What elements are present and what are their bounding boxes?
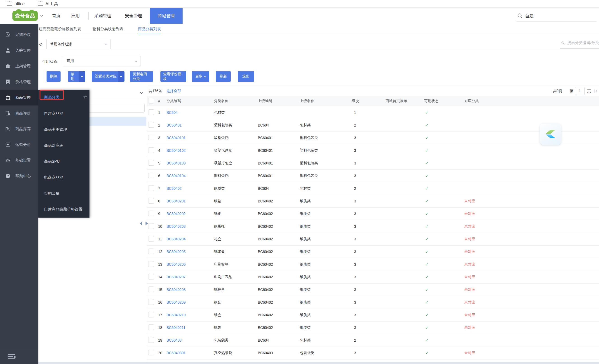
table-row[interactable]: 18BC6040211纸袋BC60402纸质类3✓未对应 xyxy=(147,321,599,334)
category-code-link[interactable]: BC6040201 xyxy=(167,199,186,203)
table-row[interactable]: 1BC604包材类1✓ xyxy=(147,107,599,119)
category-code-link[interactable]: BC6040203 xyxy=(167,225,186,228)
row-checkbox[interactable] xyxy=(148,223,154,229)
category-code-link[interactable]: BC60401 xyxy=(167,123,182,127)
favorite-star-icon[interactable]: ☆ xyxy=(83,94,87,100)
table-row[interactable]: 20BC6040301真空热缩袋BC60403包装袋类3✓未对应 xyxy=(147,347,599,359)
category-code-link[interactable]: BC6040104 xyxy=(167,174,186,178)
row-checkbox[interactable] xyxy=(148,135,154,140)
category-code-link[interactable]: BC6040207 xyxy=(167,275,186,279)
table-row[interactable]: 11BC6040204礼盒BC60402纸质类3✓未对应 xyxy=(147,233,599,246)
tree-select-chevron-icon[interactable] xyxy=(140,91,143,94)
row-checkbox[interactable] xyxy=(148,211,154,216)
set-mapping-dropdown-toggle[interactable] xyxy=(118,71,124,82)
sidebar-item-basic-settings[interactable]: 基础设置 xyxy=(0,152,38,168)
first-page-icon[interactable] xyxy=(594,89,599,94)
table-row[interactable]: 9BC6040202纸皮BC60402纸质类3✓未对应 xyxy=(147,208,599,220)
update-ecom-category-button[interactable]: 更新电商分类 xyxy=(130,71,153,82)
row-checkbox[interactable] xyxy=(148,249,154,254)
table-row[interactable]: 3BC6040101吸塑蛋托BC60401塑料包装类3✓ xyxy=(147,132,599,144)
category-code-link[interactable]: BC6040102 xyxy=(167,149,186,152)
page-number-input[interactable] xyxy=(575,87,585,95)
flyout-item-hidden-price-setting[interactable]: 自建商品隐藏价格设置 xyxy=(44,207,82,212)
table-row[interactable]: 17BC6040210纸盒BC60402纸质类3✓未对应 xyxy=(147,309,599,321)
nav-item-purchase-mgmt[interactable]: 采购管理 xyxy=(94,8,111,24)
refresh-button[interactable]: 刷新 xyxy=(216,71,231,82)
table-row[interactable]: 13BC6040206印刷标签BC60402纸质类3✓未对应 xyxy=(147,258,599,271)
logo-chevron-down-icon[interactable] xyxy=(40,14,43,17)
category-code-link[interactable]: BC6040301 xyxy=(167,351,186,355)
category-code-link[interactable]: BC6040211 xyxy=(167,326,185,330)
table-row[interactable]: 7BC60402纸质类BC604包材类2✓ xyxy=(147,182,599,195)
row-checkbox[interactable] xyxy=(148,261,154,267)
row-checkbox[interactable] xyxy=(148,109,154,115)
nav-item-home[interactable]: 首页 xyxy=(52,8,61,24)
category-code-link[interactable]: BC6040205 xyxy=(167,250,186,254)
sidebar-item-purchase-agreement[interactable]: 采购协议 xyxy=(0,27,38,43)
tab-material-mapping-list[interactable]: 物料分类映射列表 xyxy=(93,24,123,34)
flyout-item-goods-spu[interactable]: 商品SPU xyxy=(44,159,60,164)
row-checkbox[interactable] xyxy=(148,198,154,204)
tab-goods-category-list[interactable]: 商品分类列表 xyxy=(138,24,161,34)
sidebar-item-price-mgmt[interactable]: 价格管理 xyxy=(0,74,38,90)
sidebar-item-shelf-mgmt[interactable]: 上架管理 xyxy=(0,58,38,74)
table-row[interactable]: 12BC6040205纸浆盒BC60402纸质类3✓未对应 xyxy=(147,246,599,258)
category-code-link[interactable]: BC6040103 xyxy=(167,161,186,165)
category-code-link[interactable]: BC6040202 xyxy=(167,212,186,216)
table-row[interactable]: 19BC60403包装袋类BC604包材类2✓ xyxy=(147,334,599,347)
category-code-link[interactable]: BC6040206 xyxy=(167,263,186,266)
company-logo[interactable]: 壹号食品 xyxy=(12,11,38,21)
row-checkbox[interactable] xyxy=(148,324,154,330)
row-checkbox[interactable] xyxy=(148,337,154,343)
category-code-link[interactable]: BC6040209 xyxy=(167,301,186,304)
category-code-link[interactable]: BC6040210 xyxy=(167,313,186,317)
select-all-checkbox[interactable] xyxy=(148,98,154,104)
table-row[interactable]: 16BC6040209纸套BC60402纸质类3✓未对应 xyxy=(147,296,599,309)
table-row[interactable]: 5BC6040103吸塑打包盒BC60401塑料包装类3✓ xyxy=(147,157,599,170)
table-row[interactable]: 6BC6040104塑料蛋托BC60401塑料包装类3✓ xyxy=(147,170,599,182)
category-code-link[interactable]: BC6040204 xyxy=(167,237,186,241)
set-category-mapping-button[interactable]: 设置分类对应 xyxy=(92,71,124,82)
exit-button[interactable]: 退出 xyxy=(238,71,254,82)
table-row[interactable]: 4BC6040102吸塑气调盒BC60401塑料包装类3✓ xyxy=(147,144,599,157)
sidebar-item-goods-inventory[interactable]: 商品库存 xyxy=(0,121,38,137)
sidebar-item-goods-review[interactable]: 商品评价 xyxy=(0,106,38,121)
sidebar-item-help-center[interactable]: 帮助中心 xyxy=(0,168,38,184)
row-checkbox[interactable] xyxy=(148,274,154,279)
row-checkbox[interactable] xyxy=(148,236,154,241)
table-row[interactable]: 8BC6040201纸箱BC60402纸质类3✓未对应 xyxy=(147,195,599,208)
table-row[interactable]: 10BC6040203纸蛋托BC60402纸质类3✓未对应 xyxy=(147,220,599,233)
row-checkbox[interactable] xyxy=(148,350,154,355)
expand-menu-icon[interactable] xyxy=(8,354,17,360)
category-code-link[interactable]: BC60402 xyxy=(167,187,182,190)
browser-tab-office[interactable]: office xyxy=(7,1,25,6)
view-review-template-button[interactable]: 查看评价模板 xyxy=(160,71,186,82)
search-icon[interactable] xyxy=(517,13,523,20)
nav-item-apps[interactable]: 应用 xyxy=(71,8,80,24)
category-code-link[interactable]: BC6040101 xyxy=(167,136,186,140)
screenshot-tool-logo[interactable] xyxy=(540,124,561,145)
preset-filter-select[interactable]: 常用条件过滤 xyxy=(46,39,111,49)
expand-panel-right-icon[interactable] xyxy=(146,222,148,225)
sidebar-item-goods-mgmt[interactable]: 商品管理 xyxy=(0,90,38,106)
row-checkbox[interactable] xyxy=(148,286,154,292)
tab-hidden-price-list[interactable]: 建商品隐藏价格设置列表 xyxy=(39,24,81,34)
category-code-link[interactable]: BC6040208 xyxy=(167,288,186,292)
nav-item-security-mgmt[interactable]: 安全管理 xyxy=(125,8,142,24)
horizontal-scrollbar[interactable] xyxy=(38,362,599,364)
row-checkbox[interactable] xyxy=(148,173,154,178)
category-search-input[interactable]: 搜索分类编码/分类 xyxy=(561,40,599,45)
row-checkbox[interactable] xyxy=(148,147,154,153)
browser-tab-ai-tools[interactable]: AI工具 xyxy=(38,1,58,7)
sidebar-item-operation-analytics[interactable]: 运营分析 xyxy=(0,137,38,153)
flyout-item-self-goods-pool[interactable]: 自建商品池 xyxy=(44,111,63,116)
disable-button[interactable]: 禁用 xyxy=(68,71,85,82)
more-button[interactable]: 更多 xyxy=(192,71,209,82)
collapse-panel-left-icon[interactable] xyxy=(140,222,142,225)
global-search-input[interactable]: 自建 xyxy=(525,13,534,19)
select-all-link[interactable]: 选择全部 xyxy=(167,89,181,94)
delete-button[interactable]: 删除 xyxy=(46,71,61,82)
flyout-item-purchase-package[interactable]: 采购套餐 xyxy=(44,191,59,196)
status-filter-select[interactable]: 可用 xyxy=(63,56,141,66)
row-checkbox[interactable] xyxy=(148,122,154,128)
